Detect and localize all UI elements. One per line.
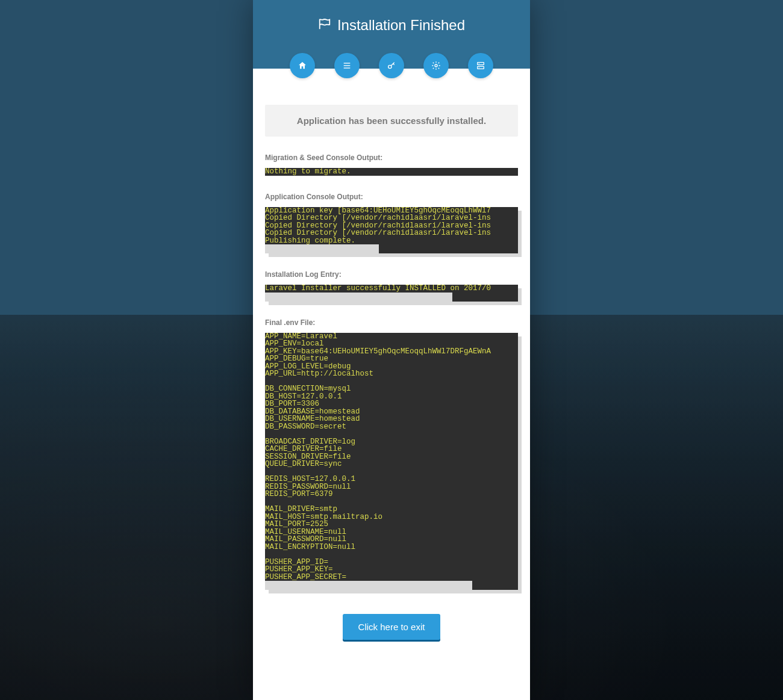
key-icon — [387, 61, 396, 70]
app-output: Application key [base64:UEHoUMIEY5ghOqcM… — [265, 207, 518, 254]
home-icon — [298, 61, 307, 70]
card-body: Application has been successfully instal… — [253, 69, 530, 658]
step-requirements[interactable] — [334, 53, 360, 78]
list-icon — [342, 61, 352, 70]
exit-button[interactable]: Click here to exit — [343, 614, 441, 640]
svg-rect-6 — [478, 66, 484, 69]
svg-rect-1 — [344, 65, 351, 66]
svg-point-3 — [388, 65, 392, 68]
step-permissions[interactable] — [379, 53, 404, 78]
env-file-label: Final .env File: — [265, 318, 518, 327]
svg-rect-0 — [344, 63, 351, 63]
env-file-text: APP_NAME=Laravel APP_ENV=local APP_KEY=b… — [265, 333, 518, 581]
app-output-text: Application key [base64:UEHoUMIEY5ghOqcM… — [265, 207, 518, 245]
installer-card: Installation Finished Application has be… — [253, 0, 530, 700]
success-alert: Application has been successfully instal… — [265, 105, 518, 137]
log-entry-label: Installation Log Entry: — [265, 270, 518, 279]
step-home[interactable] — [290, 53, 315, 78]
step-indicator — [253, 53, 530, 78]
env-file-scrollbar[interactable] — [265, 581, 518, 590]
page-title: Installation Finished — [337, 17, 465, 34]
step-finish[interactable] — [468, 53, 493, 78]
svg-rect-2 — [344, 67, 351, 68]
migration-output-text: Nothing to migrate. — [265, 168, 518, 176]
svg-rect-5 — [478, 63, 484, 65]
migration-label: Migration & Seed Console Output: — [265, 153, 518, 162]
svg-point-8 — [479, 67, 479, 68]
step-environment[interactable] — [423, 53, 449, 78]
log-entry-scrollbar[interactable] — [265, 293, 518, 302]
app-output-label: Application Console Output: — [265, 193, 518, 201]
app-output-scrollbar[interactable] — [265, 244, 518, 253]
card-header: Installation Finished — [253, 0, 530, 69]
env-file-output: APP_NAME=Laravel APP_ENV=local APP_KEY=b… — [265, 333, 518, 590]
svg-point-4 — [435, 64, 437, 67]
log-entry-output: Laravel Installer successfully INSTALLED… — [265, 285, 518, 302]
server-icon — [476, 61, 485, 70]
flag-icon — [318, 17, 331, 33]
log-entry-text: Laravel Installer successfully INSTALLED… — [265, 285, 518, 293]
svg-point-7 — [479, 63, 479, 64]
migration-output: Nothing to migrate. — [265, 168, 518, 176]
gear-icon — [431, 61, 441, 70]
